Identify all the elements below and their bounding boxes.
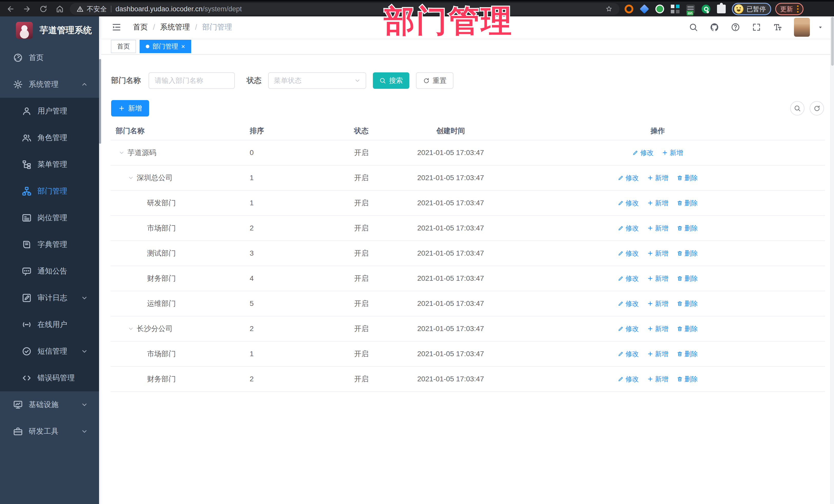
- browser-profile[interactable]: 已暂停: [732, 3, 771, 15]
- sidebar-item-post[interactable]: 岗位管理: [0, 204, 99, 231]
- sidebar-item-online[interactable]: 在线用户: [0, 311, 99, 338]
- row-action-add[interactable]: 新增: [647, 174, 668, 182]
- home-icon[interactable]: [56, 5, 64, 13]
- row-action-delete[interactable]: 删除: [677, 249, 698, 258]
- sidebar-item-errcode[interactable]: 错误码管理: [0, 365, 99, 391]
- security-indicator[interactable]: 不安全: [76, 5, 107, 14]
- sidebar-item-sms[interactable]: 短信管理: [0, 338, 99, 365]
- expand-chevron-icon[interactable]: [128, 175, 134, 181]
- fullscreen-icon[interactable]: [752, 23, 761, 32]
- plus-icon: [647, 175, 653, 181]
- row-action-edit[interactable]: 修改: [618, 249, 639, 258]
- row-action-delete[interactable]: 删除: [677, 350, 698, 358]
- code-icon: [22, 373, 32, 383]
- expand-chevron-icon[interactable]: [118, 149, 125, 156]
- sidebar-item-notice[interactable]: 通知公告: [0, 258, 99, 285]
- avatar-caret-icon[interactable]: [817, 24, 824, 30]
- row-action-delete[interactable]: 删除: [677, 274, 698, 283]
- dept-name-input[interactable]: [149, 72, 235, 89]
- address-bar[interactable]: 不安全 dashboard.yudao.iocoder.cn/system/de…: [70, 3, 619, 15]
- breadcrumb-home[interactable]: 首页: [133, 22, 148, 32]
- row-action-add[interactable]: 新增: [647, 199, 668, 207]
- row-action-add[interactable]: 新增: [647, 249, 668, 258]
- active-tab-dot: [146, 45, 149, 48]
- user-avatar[interactable]: [794, 18, 810, 37]
- sidebar-item-role[interactable]: 角色管理: [0, 125, 99, 151]
- row-action-add[interactable]: 新增: [647, 375, 668, 384]
- sidebar-item-menu[interactable]: 菜单管理: [0, 151, 99, 178]
- sidebar-item-dict[interactable]: 字典管理: [0, 231, 99, 258]
- browser-menu-icon[interactable]: [797, 5, 798, 13]
- sidebar-item-dept[interactable]: 部门管理: [0, 178, 99, 204]
- row-action-delete[interactable]: 删除: [677, 375, 698, 384]
- sidebar-item-infra[interactable]: 基础设施: [0, 391, 99, 418]
- sidebar-item-user[interactable]: 用户管理: [0, 98, 99, 125]
- row-action-add[interactable]: 新增: [647, 324, 668, 333]
- sidebar-item-tools[interactable]: 研发工具: [0, 418, 99, 445]
- row-action-edit[interactable]: 修改: [618, 199, 639, 207]
- cell-created-time: 2021-01-05 17:03:47: [411, 174, 490, 182]
- search-icon[interactable]: [689, 23, 698, 32]
- expand-chevron-icon[interactable]: [128, 325, 134, 332]
- toggle-search-button[interactable]: [790, 101, 805, 115]
- extension-icon-grid[interactable]: [671, 5, 680, 13]
- row-action-add[interactable]: 新增: [647, 350, 668, 358]
- add-dept-button[interactable]: 新增: [111, 100, 149, 116]
- sidebar-item-label: 用户管理: [38, 106, 67, 116]
- page-content: 部门名称 状态 菜单状态 搜索 重置 新增: [101, 54, 834, 504]
- row-action-edit[interactable]: 修改: [618, 299, 639, 308]
- extension-icon-switcher[interactable]: on: [686, 5, 695, 13]
- row-action-delete[interactable]: 删除: [677, 224, 698, 233]
- collapse-sidebar-icon[interactable]: [111, 22, 122, 32]
- row-action-edit[interactable]: 修改: [618, 324, 639, 333]
- search-button[interactable]: 搜索: [373, 72, 409, 89]
- extension-icon-orange-ring[interactable]: [624, 5, 633, 13]
- forward-icon[interactable]: [23, 5, 31, 13]
- bookmark-star-icon[interactable]: [605, 5, 613, 13]
- row-action-edit[interactable]: 修改: [618, 375, 639, 384]
- row-action-edit[interactable]: 修改: [618, 224, 639, 233]
- tab-dept-active[interactable]: 部门管理 ×: [139, 40, 191, 53]
- app-logo-row[interactable]: 芋道管理系统: [0, 16, 101, 45]
- cell-sort: 3: [244, 249, 342, 257]
- breadcrumb-system[interactable]: 系统管理: [160, 22, 190, 32]
- row-action-delete[interactable]: 删除: [677, 299, 698, 308]
- tab-close-icon[interactable]: ×: [181, 43, 185, 50]
- page-scrollbar-thumb[interactable]: [831, 17, 834, 66]
- row-action-add[interactable]: 新增: [647, 299, 668, 308]
- font-size-icon[interactable]: [773, 23, 782, 32]
- row-action-edit[interactable]: 修改: [618, 350, 639, 358]
- extension-icon-key[interactable]: [702, 5, 710, 13]
- row-action-edit[interactable]: 修改: [632, 148, 654, 157]
- help-icon[interactable]: [731, 23, 740, 32]
- row-action-add[interactable]: 新增: [662, 148, 683, 157]
- extension-icon-green-circle[interactable]: [655, 5, 664, 13]
- row-action-add[interactable]: 新增: [647, 274, 668, 283]
- row-action-add[interactable]: 新增: [647, 224, 668, 233]
- sidebar-item-audit[interactable]: 审计日志: [0, 285, 99, 311]
- row-action-delete[interactable]: 删除: [677, 199, 698, 207]
- refresh-table-button[interactable]: [810, 101, 824, 115]
- row-action-delete[interactable]: 删除: [677, 324, 698, 333]
- sidebar-item-system[interactable]: 系统管理: [0, 71, 99, 98]
- reload-icon[interactable]: [39, 5, 48, 13]
- action-label: 删除: [685, 224, 698, 233]
- row-action-edit[interactable]: 修改: [618, 274, 639, 283]
- sidebar-item-home[interactable]: 首页: [0, 44, 99, 71]
- page-scrollbar[interactable]: [830, 16, 834, 504]
- reset-button[interactable]: 重置: [416, 72, 454, 89]
- sidebar-scrollbar[interactable]: [99, 16, 101, 504]
- row-action-delete[interactable]: 删除: [677, 174, 698, 182]
- tab-home[interactable]: 首页: [111, 40, 136, 53]
- row-action-edit[interactable]: 修改: [618, 174, 639, 182]
- sidebar-item-label: 部门管理: [38, 186, 67, 196]
- browser-update-button[interactable]: 更新: [775, 3, 804, 15]
- github-icon[interactable]: [710, 23, 719, 32]
- status-select[interactable]: 菜单状态: [268, 72, 366, 89]
- back-icon[interactable]: [6, 5, 15, 13]
- extension-icon-blue-gem[interactable]: [640, 4, 649, 14]
- extensions-puzzle-icon[interactable]: [717, 5, 726, 13]
- cell-actions: 修改新增删除: [490, 199, 825, 207]
- sidebar-scrollbar-thumb[interactable]: [99, 59, 101, 144]
- pencil-icon: [618, 351, 624, 357]
